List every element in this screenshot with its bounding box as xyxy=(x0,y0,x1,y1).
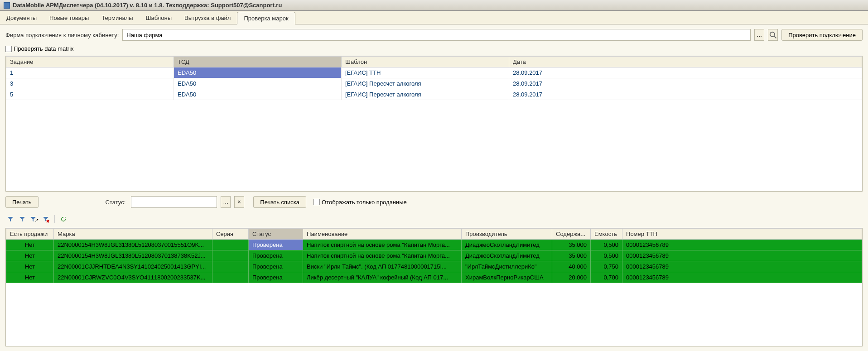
filter-icon-1[interactable] xyxy=(5,214,15,224)
show-sold-label: Отображать только проданные xyxy=(322,199,407,206)
marks-table-container: Есть продажиМаркаСерияСтатусНаименование… xyxy=(5,228,863,346)
filter-clear-icon[interactable] xyxy=(41,214,51,224)
firm-label: Фирма подключения к личному кабинету: xyxy=(5,32,119,38)
app-icon xyxy=(4,2,10,9)
status-clear-button[interactable]: × xyxy=(234,196,244,208)
check-datamatrix-label: Проверять data matrix xyxy=(14,45,74,52)
middle-toolbar: Печать Статус: … × Печать списка Отображ… xyxy=(5,192,863,212)
table-row[interactable]: Нет22N00001CJJRHTDEA4N3SY141024025001413… xyxy=(6,261,862,272)
toolbar-separator xyxy=(54,215,55,223)
tab-3[interactable]: Шаблоны xyxy=(140,12,178,24)
status-ellipsis-button[interactable]: … xyxy=(221,196,231,208)
marks-col-3[interactable]: Статус xyxy=(249,229,303,240)
marks-col-1[interactable]: Марка xyxy=(54,229,212,240)
marks-col-2[interactable]: Серия xyxy=(212,229,249,240)
tasks-table-container: ЗаданиеТСДШаблонДата 1EDA50[ЕГАИС] ТТН28… xyxy=(5,56,863,192)
marks-col-5[interactable]: Производитель xyxy=(462,229,552,240)
tab-4[interactable]: Выгрузка в файл xyxy=(178,12,237,24)
marks-table: Есть продажиМаркаСерияСтатусНаименование… xyxy=(6,228,862,283)
firm-input[interactable] xyxy=(122,29,751,41)
show-sold-checkbox[interactable] xyxy=(313,199,320,205)
show-sold-row[interactable]: Отображать только проданные xyxy=(313,199,407,206)
refresh-icon[interactable] xyxy=(58,214,68,224)
print-button[interactable]: Печать xyxy=(5,196,39,208)
titlebar-text: DataMobile АРМДиспетчера (04.10.2017) v.… xyxy=(13,2,282,9)
main-tabs: ДокументыНовые товарыТерминалыШаблоныВыг… xyxy=(0,11,868,24)
tab-content: Фирма подключения к личному кабинету: … … xyxy=(0,24,868,351)
marks-col-7[interactable]: Емкость xyxy=(591,229,622,240)
status-label: Статус: xyxy=(106,199,126,206)
filter-dropdown-icon[interactable]: ▾ xyxy=(29,214,39,224)
check-datamatrix-row[interactable]: Проверять data matrix xyxy=(5,45,863,52)
tasks-col-3[interactable]: Дата xyxy=(509,57,862,67)
marks-col-0[interactable]: Есть продажи xyxy=(6,229,54,240)
tab-0[interactable]: Документы xyxy=(0,12,43,24)
check-datamatrix-checkbox[interactable] xyxy=(5,46,12,52)
table-row[interactable]: 5EDA50[ЕГАИС] Пересчет алкоголя28.09.201… xyxy=(6,89,862,100)
tab-1[interactable]: Новые товары xyxy=(43,12,95,24)
tasks-col-0[interactable]: Задание xyxy=(6,57,174,67)
table-row[interactable]: Нет22N0000154H3W8JGL31380L51208037013873… xyxy=(6,250,862,261)
filter-icon-2[interactable] xyxy=(17,214,27,224)
marks-col-6[interactable]: Содержа... xyxy=(552,229,591,240)
tasks-col-2[interactable]: Шаблон xyxy=(342,57,509,67)
marks-col-8[interactable]: Номер ТТН xyxy=(622,229,862,240)
table-row[interactable]: Нет22N0000154H3W8JGL31380L51208037001555… xyxy=(6,240,862,250)
table-row[interactable]: Нет22N00001CJRWZVC0O4V3SYO41118002002335… xyxy=(6,272,862,283)
tasks-col-1[interactable]: ТСД xyxy=(174,57,342,67)
table-row[interactable]: 1EDA50[ЕГАИС] ТТН28.09.2017 xyxy=(6,67,862,78)
firm-search-button[interactable] xyxy=(768,29,778,41)
tab-5[interactable]: Проверка марок xyxy=(237,12,295,24)
tasks-table: ЗаданиеТСДШаблонДата 1EDA50[ЕГАИС] ТТН28… xyxy=(6,56,862,100)
firm-ellipsis-button[interactable]: … xyxy=(754,29,764,41)
status-input[interactable] xyxy=(131,196,217,208)
tab-2[interactable]: Терминалы xyxy=(95,12,139,24)
filter-toolbar: ▾ xyxy=(5,212,863,228)
table-row[interactable]: 3EDA50[ЕГАИС] Пересчет алкоголя28.09.201… xyxy=(6,78,862,89)
firm-row: Фирма подключения к личному кабинету: … … xyxy=(5,29,863,41)
marks-col-4[interactable]: Наименование xyxy=(303,229,462,240)
titlebar: DataMobile АРМДиспетчера (04.10.2017) v.… xyxy=(0,0,868,11)
svg-line-1 xyxy=(774,36,776,38)
svg-point-0 xyxy=(770,32,775,37)
print-list-button[interactable]: Печать списка xyxy=(253,196,306,208)
check-connection-button[interactable]: Проверить подключение xyxy=(781,29,863,41)
